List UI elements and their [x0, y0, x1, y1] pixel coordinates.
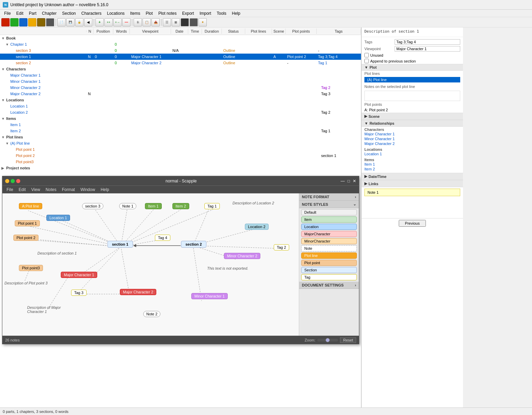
win-ctrl-min[interactable]: —: [341, 179, 345, 183]
scapple-menu-help[interactable]: Help: [98, 187, 112, 193]
scapple-note-sec1[interactable]: section 1: [107, 241, 133, 248]
scapple-menu-window[interactable]: Window: [78, 187, 98, 193]
tree-row-pp2[interactable]: ▶ Plot point 2 section 1: [0, 153, 361, 159]
tree-row-chars[interactable]: ▼ Characters: [0, 66, 361, 72]
sb-note-format-header[interactable]: NOTE FORMAT ›: [299, 193, 359, 201]
tree-row-aplot[interactable]: ▼ (A) Plot line: [0, 140, 361, 146]
toolbar-btn-8[interactable]: 💾: [66, 18, 75, 26]
scapple-note-pp1[interactable]: Plot point 1: [15, 220, 40, 226]
toolbar-btn-star[interactable]: ✦: [199, 18, 207, 26]
rp-plot-header[interactable]: ▼ Plot: [362, 64, 463, 71]
win-ctrl-close[interactable]: ✕: [353, 179, 356, 183]
tree-row-item1[interactable]: ▶ Item 1: [0, 122, 361, 128]
scapple-note-item2[interactable]: Item 2: [172, 203, 189, 209]
tree-row-pp1[interactable]: ▶ Plot point 1: [0, 146, 361, 153]
toolbar-btn-view3[interactable]: [181, 18, 189, 26]
scapple-zoom-slider[interactable]: [317, 339, 338, 341]
tree-row-sec2[interactable]: ▶ section 2 0 Major Character 2 Outline …: [0, 60, 361, 66]
scapple-note-tag4[interactable]: Tag 4: [155, 235, 170, 241]
scapple-note-tag3[interactable]: Tag 3: [71, 290, 87, 296]
rp-previous-btn[interactable]: Previous: [399, 220, 426, 227]
menu-item-plot-notes[interactable]: Plot notes: [156, 10, 179, 16]
sb-style-location[interactable]: Location: [301, 224, 357, 230]
rp-unused-checkbox[interactable]: [364, 53, 369, 57]
tree-row-item2[interactable]: ▶ Item 2 Tag 1: [0, 128, 361, 134]
tree-row-locs[interactable]: ▼ Locations: [0, 97, 361, 103]
scapple-note-major-char2[interactable]: Major Character 2: [120, 289, 156, 295]
sb-style-item[interactable]: Item: [301, 216, 357, 223]
menu-item-help[interactable]: Help: [229, 10, 243, 16]
toolbar-btn-6[interactable]: [46, 18, 54, 26]
rp-plot-line-value[interactable]: (A) Plot line: [364, 77, 460, 82]
scapple-note-item1[interactable]: Item 1: [145, 203, 162, 209]
scapple-note-aplot[interactable]: A:Plot line: [19, 203, 42, 209]
tree-row-chapter1[interactable]: ▼ Chapter 1 0: [0, 41, 361, 47]
tree-row-minor-char1[interactable]: ▶ Minor Character 1: [0, 78, 361, 85]
sb-style-default[interactable]: Default: [301, 209, 357, 215]
toolbar-btn-4[interactable]: [28, 18, 36, 26]
scapple-menu-notes[interactable]: Notes: [43, 187, 59, 193]
scapple-note-sec3[interactable]: section 3: [82, 203, 103, 209]
tree-row-major-char1[interactable]: ▶ Major Character 1: [0, 72, 361, 78]
sb-style-plot-point[interactable]: Plot point: [301, 260, 357, 266]
scapple-menu-file[interactable]: File: [4, 187, 16, 193]
tree-row-pp3[interactable]: ▶ Plot point3: [0, 159, 361, 165]
menu-item-export[interactable]: Export: [179, 10, 197, 16]
rp-viewpoint-value[interactable]: Major Character 1: [395, 46, 460, 52]
toolbar-btn-2[interactable]: [10, 18, 19, 26]
tree-row-projnotes[interactable]: ▶ Project notes: [0, 165, 361, 171]
rp-tags-value[interactable]: Tag 3;Tag 4: [395, 39, 460, 45]
menu-item-edit[interactable]: Edit: [13, 10, 26, 16]
toolbar-btn-paste[interactable]: 📋: [143, 18, 151, 26]
tree-row-sec1[interactable]: ▶ section 1 N 0 0 Major Character 1 Outl…: [0, 54, 361, 60]
sb-doc-settings-header[interactable]: DOCUMENT SETTINGS ›: [299, 282, 359, 289]
scapple-canvas[interactable]: A:Plot line section 3 Note 1 Item 1 Item…: [2, 193, 299, 336]
menu-item-items[interactable]: Items: [127, 10, 143, 16]
tree-row-book[interactable]: ▼ Book: [0, 35, 361, 41]
sb-style-plot-line[interactable]: Plot line: [301, 253, 357, 259]
menu-item-part[interactable]: Part: [26, 10, 39, 16]
scapple-note-loc1[interactable]: Location 1: [46, 215, 70, 221]
toolbar-btn-1[interactable]: [1, 18, 10, 26]
menu-item-file[interactable]: File: [1, 10, 13, 16]
scapple-menu-view[interactable]: View: [29, 187, 43, 193]
toolbar-btn-5[interactable]: [37, 18, 45, 26]
tree-row-loc1[interactable]: ▶ Location 1: [0, 103, 361, 109]
tree-row-plotlines[interactable]: ▼ Plot lines: [0, 134, 361, 140]
sb-style-section[interactable]: Section: [301, 267, 357, 273]
toolbar-btn-add2[interactable]: ++: [104, 18, 113, 26]
scapple-zoom-thumb[interactable]: [326, 338, 330, 342]
sb-note-styles-header[interactable]: NOTE STYLES ⌄: [299, 201, 359, 208]
win-ctrl-max[interactable]: □: [348, 179, 350, 183]
rp-datetime-header[interactable]: ▶ Date/Time: [362, 173, 463, 180]
rp-scene-header[interactable]: ▶ Scene: [362, 113, 463, 120]
menu-item-section[interactable]: Section: [59, 10, 79, 16]
rp-notes-text[interactable]: [364, 91, 460, 101]
scapple-menu-edit[interactable]: Edit: [16, 187, 29, 193]
menu-item-chapter[interactable]: Chapter: [39, 10, 59, 16]
scapple-note-note1[interactable]: Note 1: [119, 203, 136, 209]
sb-style-note[interactable]: Note: [301, 245, 357, 251]
menu-item-characters[interactable]: Characters: [79, 10, 104, 16]
scapple-note-note2[interactable]: Note 2: [143, 311, 160, 317]
scapple-note-minor-char2[interactable]: Minor Character 2: [224, 253, 260, 259]
menu-item-import[interactable]: Import: [197, 10, 214, 16]
win-minimize-btn[interactable]: [5, 179, 9, 183]
scapple-note-minor-char1[interactable]: Minor Character 1: [191, 293, 228, 299]
scapple-note-pp3[interactable]: Plot point3: [19, 265, 43, 271]
tree-row-major-char2[interactable]: ▶ Major Character 2 N Tag 3: [0, 91, 361, 97]
toolbar-btn-3[interactable]: [19, 18, 27, 26]
scapple-note-sec2[interactable]: section 2: [181, 241, 206, 248]
toolbar-btn-add[interactable]: +: [95, 18, 104, 26]
toolbar-btn-copy[interactable]: ⎘: [134, 18, 142, 26]
menu-item-locations[interactable]: Locations: [104, 10, 127, 16]
tree-row-minor-char2[interactable]: ▶ Minor Character 2 Tag 2: [0, 85, 361, 91]
toolbar-btn-view4[interactable]: [190, 18, 198, 26]
toolbar-btn-remove[interactable]: —: [122, 18, 131, 26]
toolbar-btn-add3[interactable]: +→: [113, 18, 122, 26]
toolbar-btn-export[interactable]: 📤: [151, 18, 160, 26]
scapple-menu-format[interactable]: Format: [59, 187, 78, 193]
menu-item-plot[interactable]: Plot: [143, 10, 156, 16]
tree-row-items[interactable]: ▼ Items: [0, 115, 361, 122]
toolbar-btn-view2[interactable]: ⊞: [172, 18, 180, 26]
